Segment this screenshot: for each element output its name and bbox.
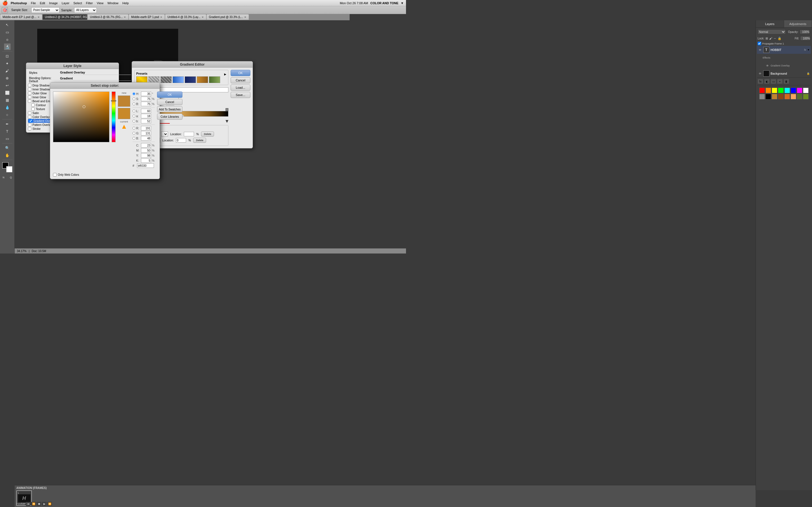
opacity-loc-input[interactable]: [184, 132, 194, 136]
b3-input[interactable]: [141, 119, 151, 123]
r-radio[interactable]: [133, 127, 135, 129]
y-input[interactable]: [141, 153, 151, 158]
menu-view[interactable]: View: [97, 1, 103, 5]
k-input[interactable]: [141, 158, 151, 163]
zoom-tool[interactable]: 🔍: [4, 145, 11, 151]
tab-close-icon6[interactable]: ✕: [244, 16, 246, 18]
sample-size-select[interactable]: Point Sample 3 by 3 Average 5 by 5 Avera…: [31, 7, 59, 13]
tab-close-icon3[interactable]: ✕: [124, 16, 126, 18]
normal-mode[interactable]: N: [0, 174, 7, 181]
preset-dark-blue[interactable]: [185, 76, 196, 83]
opacity-stop-right[interactable]: [225, 108, 229, 111]
heal-tool[interactable]: ✦: [4, 60, 11, 67]
quick-mask[interactable]: Q: [8, 174, 14, 181]
hue-strip[interactable]: [112, 92, 116, 142]
tab-close-icon5[interactable]: ✕: [202, 16, 204, 18]
b3-radio[interactable]: [133, 120, 135, 122]
sample-label: Sample:: [61, 8, 72, 12]
menu-filter[interactable]: Filter: [86, 1, 93, 5]
tab-gradient[interactable]: Gradient.psd @ 33.3% (L... ✕: [206, 14, 249, 20]
b-radio[interactable]: [133, 103, 135, 105]
b-input[interactable]: [141, 102, 151, 106]
only-web-text: Only Web Colors: [58, 173, 79, 176]
l-input[interactable]: [141, 109, 151, 113]
out-of-gamut-icon: [122, 125, 126, 129]
s-radio[interactable]: [133, 98, 135, 100]
g-row: G:: [133, 131, 155, 135]
brush-tool[interactable]: 🖌: [4, 67, 11, 74]
tab-untitled2[interactable]: Untitled-2 @ 34.2% (HOBBIT, RGB/8) * ✕: [42, 14, 87, 20]
s-input[interactable]: [141, 97, 151, 101]
preset-green[interactable]: [209, 76, 220, 83]
blur-tool[interactable]: 💧: [4, 104, 11, 111]
hand-tool[interactable]: ✋: [4, 152, 11, 159]
h-unit: °: [152, 93, 155, 96]
lasso-tool[interactable]: ⌾: [4, 36, 11, 43]
clone-tool[interactable]: ⊕: [4, 75, 11, 81]
opacity-delete-btn[interactable]: Delete: [201, 131, 214, 136]
gradient-tool[interactable]: ▦: [4, 97, 11, 103]
a-input[interactable]: [141, 114, 151, 118]
menu-select[interactable]: Select: [73, 1, 82, 5]
m-input[interactable]: [141, 148, 151, 153]
tab-untitled4[interactable]: Untitled-4 @ 33.3% (Lay... ✕: [165, 14, 206, 20]
dodge-tool[interactable]: ○: [4, 111, 11, 118]
hex-input[interactable]: [137, 163, 154, 168]
c-input[interactable]: [141, 143, 151, 148]
cp-add-swatches-btn[interactable]: Add To Swatches: [157, 106, 183, 112]
fg-bg-colors[interactable]: [2, 162, 12, 172]
cp-cancel-btn[interactable]: Cancel: [157, 99, 183, 105]
only-web-colors-label[interactable]: Only Web Colors: [53, 173, 157, 177]
r-input[interactable]: [141, 126, 151, 130]
tab-middle-earth[interactable]: Middle-earth EP 1.psd @... ✕: [0, 14, 42, 20]
g-input[interactable]: [141, 131, 151, 135]
menu-help[interactable]: Help: [122, 1, 129, 5]
tab-middle-earth2[interactable]: Middle-earth EP 1.psd ✕: [129, 14, 165, 20]
h-input[interactable]: [141, 92, 151, 96]
text-tool[interactable]: T: [4, 128, 11, 135]
sample-select[interactable]: All Layers Current Layer: [74, 7, 97, 13]
new-color-box[interactable]: [118, 96, 130, 107]
ge-ok-btn[interactable]: OK: [231, 70, 250, 76]
tab-untitled3[interactable]: Untitled-3 @ 66.7% (RG... ✕: [87, 14, 129, 20]
menu-edit[interactable]: Edit: [40, 1, 45, 5]
tab-close-icon4[interactable]: ✕: [160, 16, 162, 18]
cp-ok-btn[interactable]: OK: [157, 92, 183, 98]
shape-tool[interactable]: ▭: [4, 135, 11, 142]
cp-color-libraries-btn[interactable]: Color Libraries: [157, 114, 183, 120]
pen-tool[interactable]: ✒: [4, 121, 11, 127]
preset-brown[interactable]: [197, 76, 208, 83]
current-color-box[interactable]: [118, 108, 130, 119]
bg-color[interactable]: [6, 166, 12, 172]
menu-layer[interactable]: Layer: [62, 1, 70, 5]
tab-close-icon[interactable]: ✕: [38, 16, 40, 18]
marquee-tool[interactable]: ▭: [4, 29, 11, 36]
preset-blue[interactable]: [172, 76, 184, 83]
apple-menu[interactable]: 🍎: [2, 0, 8, 6]
b2-radio[interactable]: [133, 137, 135, 140]
color-delete-btn[interactable]: Delete: [193, 138, 206, 143]
eraser-tool[interactable]: ⬜: [4, 89, 11, 96]
history-brush[interactable]: ↩: [4, 82, 11, 89]
g-radio[interactable]: [133, 132, 135, 135]
color-stop-end[interactable]: [225, 120, 229, 123]
eyedropper-tool[interactable]: 🔬: [4, 43, 11, 50]
menu-file[interactable]: File: [31, 1, 36, 5]
ge-cancel-btn[interactable]: Cancel: [231, 77, 250, 83]
crop-tool[interactable]: ⊡: [4, 53, 11, 59]
b2-input[interactable]: [141, 136, 151, 140]
presets-expand-icon[interactable]: ▶: [224, 73, 226, 76]
l-radio[interactable]: [133, 110, 135, 112]
move-tool[interactable]: ↖: [4, 21, 11, 28]
color-field[interactable]: [53, 92, 109, 142]
menu-window[interactable]: Window: [107, 1, 118, 5]
ge-save-btn[interactable]: Save...: [231, 92, 250, 98]
menu-image[interactable]: Image: [49, 1, 58, 5]
a-radio[interactable]: [133, 115, 135, 117]
only-web-checkbox[interactable]: [53, 173, 57, 177]
menu-color-tone[interactable]: COLOR AND TONE: [370, 1, 398, 5]
h-radio[interactable]: [133, 93, 135, 95]
color-field-container[interactable]: [53, 92, 109, 142]
preset-gray[interactable]: [160, 76, 172, 83]
ge-load-btn[interactable]: Load...: [231, 84, 250, 91]
